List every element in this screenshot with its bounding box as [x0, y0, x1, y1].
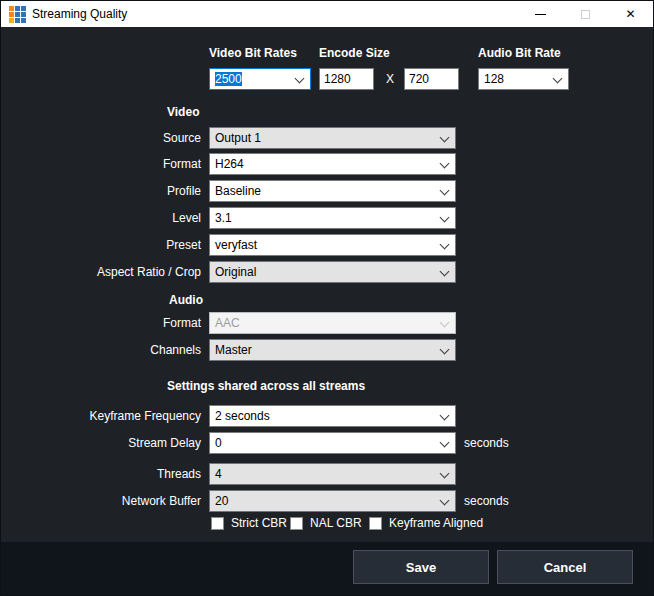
video-bit-rate-combo[interactable]: 2500: [209, 68, 311, 90]
network-buffer-combo[interactable]: 20: [209, 490, 456, 512]
cancel-button[interactable]: Cancel: [497, 550, 633, 584]
chevron-down-icon: [440, 469, 450, 479]
keyframe-frequency-label: Keyframe Frequency: [1, 405, 201, 427]
chevron-down-icon: [553, 74, 563, 84]
keyframe-frequency-value: 2 seconds: [215, 409, 270, 423]
audio-section-header: Audio: [169, 293, 203, 307]
encode-size-label: Encode Size: [319, 46, 390, 60]
channels-combo[interactable]: Master: [209, 339, 456, 361]
nal-cbr-checkbox[interactable]: NAL CBR: [290, 516, 362, 530]
profile-combo[interactable]: Baseline: [209, 180, 456, 202]
shared-settings-header: Settings shared across all streams: [167, 379, 365, 393]
stream-delay-value: 0: [215, 436, 222, 450]
checkbox-icon: [369, 517, 382, 530]
threads-value: 4: [215, 467, 222, 481]
streaming-quality-dialog: Streaming Quality ✕ Video Bit Rates Enco…: [0, 0, 654, 596]
checkbox-icon: [211, 517, 224, 530]
stream-delay-suffix: seconds: [464, 432, 509, 454]
minimize-icon: [535, 14, 546, 15]
video-bit-rate-value: 2500: [215, 72, 242, 86]
vmix-color-grid-icon: [9, 6, 26, 23]
chevron-down-icon: [440, 411, 450, 421]
format-label: Format: [1, 153, 201, 175]
network-buffer-label: Network Buffer: [1, 490, 201, 512]
preset-label: Preset: [1, 234, 201, 256]
chevron-down-icon: [440, 496, 450, 506]
aspect-ratio-crop-value: Original: [215, 265, 256, 279]
aspect-ratio-crop-combo[interactable]: Original: [209, 261, 456, 283]
format-value: H264: [215, 157, 244, 171]
keyframe-aligned-label: Keyframe Aligned: [389, 516, 483, 530]
level-value: 3.1: [215, 211, 232, 225]
audio-format-label: Format: [1, 312, 201, 334]
chevron-down-icon: [440, 438, 450, 448]
video-bit-rates-label: Video Bit Rates: [209, 46, 297, 60]
audio-bit-rate-value: 128: [484, 72, 504, 86]
window-title: Streaming Quality: [32, 1, 127, 27]
preset-value: veryfast: [215, 238, 257, 252]
chevron-down-icon: [440, 213, 450, 223]
source-combo[interactable]: Output 1: [209, 127, 456, 149]
video-section-header: Video: [167, 105, 199, 119]
channels-value: Master: [215, 343, 252, 357]
format-combo[interactable]: H264: [209, 153, 456, 175]
chevron-down-icon: [440, 267, 450, 277]
strict-cbr-checkbox[interactable]: Strict CBR: [211, 516, 287, 530]
maximize-button: [563, 1, 608, 27]
checkbox-icon: [290, 517, 303, 530]
chevron-down-icon: [295, 74, 305, 84]
source-label: Source: [1, 127, 201, 149]
chevron-down-icon: [440, 240, 450, 250]
channels-label: Channels: [1, 339, 201, 361]
audio-bit-rate-label: Audio Bit Rate: [478, 46, 561, 60]
nal-cbr-label: NAL CBR: [310, 516, 362, 530]
encode-height-input[interactable]: [404, 68, 459, 90]
source-value: Output 1: [215, 131, 261, 145]
profile-label: Profile: [1, 180, 201, 202]
encode-size-separator: X: [381, 68, 399, 90]
close-button[interactable]: ✕: [608, 1, 653, 27]
audio-format-combo: AAC: [209, 312, 456, 334]
chevron-down-icon: [440, 186, 450, 196]
chevron-down-icon: [440, 318, 450, 328]
chevron-down-icon: [440, 345, 450, 355]
strict-cbr-label: Strict CBR: [231, 516, 287, 530]
titlebar[interactable]: Streaming Quality ✕: [1, 1, 653, 27]
chevron-down-icon: [440, 159, 450, 169]
level-combo[interactable]: 3.1: [209, 207, 456, 229]
minimize-button[interactable]: [518, 1, 563, 27]
aspect-ratio-crop-label: Aspect Ratio / Crop: [1, 261, 201, 283]
maximize-icon: [581, 10, 590, 19]
encode-width-input[interactable]: [319, 68, 374, 90]
audio-bit-rate-combo[interactable]: 128: [478, 68, 569, 90]
network-buffer-value: 20: [215, 494, 228, 508]
preset-combo[interactable]: veryfast: [209, 234, 456, 256]
save-button[interactable]: Save: [353, 550, 489, 584]
footer-bar: Save Cancel: [1, 542, 653, 595]
stream-delay-combo[interactable]: 0: [209, 432, 456, 454]
profile-value: Baseline: [215, 184, 261, 198]
close-icon: ✕: [625, 8, 635, 20]
network-buffer-suffix: seconds: [464, 490, 509, 512]
threads-combo[interactable]: 4: [209, 463, 456, 485]
stream-delay-label: Stream Delay: [1, 432, 201, 454]
keyframe-frequency-combo[interactable]: 2 seconds: [209, 405, 456, 427]
keyframe-aligned-checkbox[interactable]: Keyframe Aligned: [369, 516, 483, 530]
threads-label: Threads: [1, 463, 201, 485]
chevron-down-icon: [440, 133, 450, 143]
level-label: Level: [1, 207, 201, 229]
audio-format-value: AAC: [215, 316, 240, 330]
